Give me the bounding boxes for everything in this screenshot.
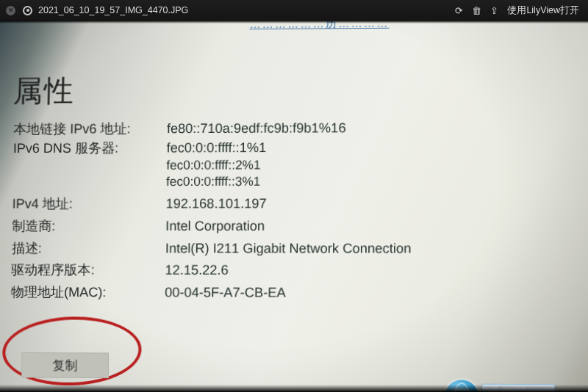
photo-surface: ………………历………… 属性 本地链接 IPv6 地址: fe80::710a:… [0, 21, 588, 392]
property-row: 物理地址(MAC): 00-04-5F-A7-CB-EA [11, 286, 566, 302]
page-title: 属性 [12, 70, 75, 112]
open-with-button[interactable]: 使用LilyView打开 [507, 4, 579, 17]
properties-list: 本地链接 IPv6 地址: fe80::710a:9edf:fc9b:f9b1%… [11, 120, 567, 306]
property-value: 00-04-5F-A7-CB-EA [165, 286, 566, 301]
property-value: fec0:0:0:ffff::2%1 [166, 158, 566, 173]
property-row: 本地链接 IPv6 地址: fe80::710a:9edf:fc9b:f9b1%… [13, 120, 567, 137]
rotate-icon[interactable]: ⟳ [450, 5, 467, 16]
property-label: 本地链接 IPv6 地址: [13, 122, 167, 137]
image-viewport: ………………历………… 属性 本地链接 IPv6 地址: fe80::710a:… [0, 21, 588, 392]
property-label: 驱动程序版本: [11, 264, 165, 278]
window-titlebar: ✕ 2021_06_10_19_57_IMG_4470.JPG ⟳ 🗑 ⇪ 使用… [0, 0, 588, 21]
property-value: 192.168.101.197 [166, 196, 567, 211]
property-value: Intel Corporation [165, 219, 566, 233]
property-row: 描述: Intel(R) I211 Gigabit Network Connec… [12, 242, 566, 257]
property-row: IPv4 地址: 192.168.101.197 [12, 196, 567, 211]
property-row: IPv6 DNS 服务器: fec0:0:0:ffff::1%1 [13, 139, 567, 156]
property-label: 描述: [12, 242, 165, 256]
property-label: 物理地址(MAC): [11, 286, 165, 301]
property-value: 12.15.22.6 [165, 264, 565, 279]
trash-icon[interactable]: 🗑 [467, 5, 485, 16]
property-value: fe80::710a:9edf:fc9b:f9b1%16 [167, 120, 567, 137]
property-row: fec0:0:0:ffff::3%1 [12, 175, 566, 189]
property-row: 制造商: Intel Corporation [12, 219, 566, 233]
window-title: 2021_06_10_19_57_IMG_4470.JPG [38, 5, 188, 15]
property-value: fec0:0:0:ffff::3%1 [166, 175, 566, 189]
property-label: 制造商: [12, 219, 165, 233]
property-row: fec0:0:0:ffff::2%1 [12, 158, 566, 173]
property-row: 驱动程序版本: 12.15.22.6 [11, 264, 566, 279]
copy-button[interactable]: 复制 [21, 352, 109, 378]
disc-icon [23, 6, 32, 15]
property-value: Intel(R) I211 Gigabit Network Connection [165, 242, 566, 256]
property-value: fec0:0:0:ffff::1%1 [166, 139, 566, 156]
share-icon[interactable]: ⇪ [485, 5, 503, 16]
property-label: IPv6 DNS 服务器: [13, 141, 167, 156]
close-icon[interactable]: ✕ [6, 6, 15, 15]
property-label: IPv4 地址: [12, 197, 166, 211]
